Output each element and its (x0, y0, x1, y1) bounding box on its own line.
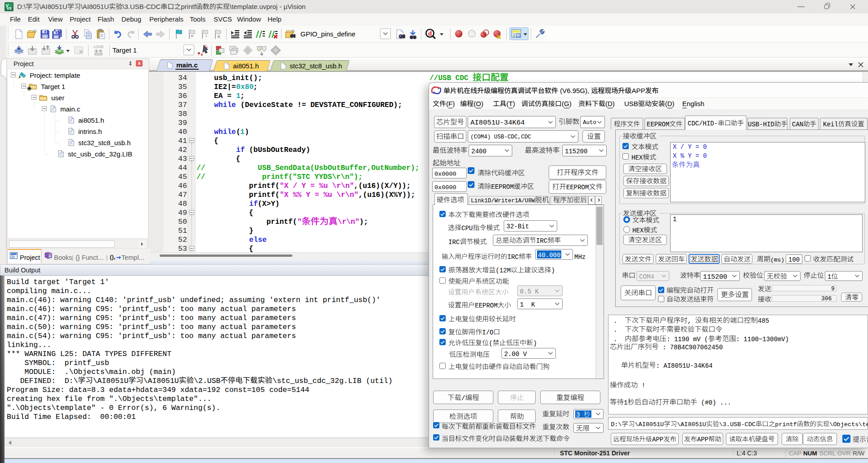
svg-text:Project: Project (70, 15, 91, 23)
svg-text:,: , (688, 317, 695, 325)
svg-text:(F): (F) (446, 100, 455, 107)
svg-text:(12M: (12M (496, 267, 511, 274)
svg-text:1 K: 1 K (520, 301, 535, 308)
svg-text:): ) (533, 340, 537, 347)
svg-text:(V6.95G),: (V6.95G), (558, 87, 591, 94)
svg-text:: AI8051U-34K64: : AI8051U-34K64 (656, 362, 713, 370)
svg-text:user: user (51, 93, 64, 101)
svg-text:|: | (72, 254, 73, 261)
svg-text:AI8051U-34K64: AI8051U-34K64 (470, 119, 525, 127)
svg-text:APP: APP (697, 436, 708, 443)
svg-text:0.5 K: 0.5 K (520, 288, 539, 295)
svg-text:STC Monitor-251 Driver: STC Monitor-251 Driver (560, 450, 630, 457)
svg-text:English: English (682, 100, 704, 107)
svg-text:115200: 115200 (703, 273, 727, 281)
svg-text:(: ( (236, 128, 241, 136)
svg-text:SCRL: SCRL (819, 450, 836, 457)
svg-text:File: File (10, 15, 21, 23)
svg-text:HEX: HEX (632, 227, 644, 234)
svg-text:;: ; (253, 83, 258, 91)
svg-text:SVCS: SVCS (214, 15, 232, 23)
svg-text:100: 100 (788, 256, 800, 263)
svg-text:115200: 115200 (565, 147, 587, 155)
svg-text:Project: Project (20, 254, 40, 261)
svg-text://USB CDC: //USB CDC (430, 74, 473, 82)
svg-text:(#0) ...: (#0) ... (697, 399, 731, 406)
svg-text:COM4: COM4 (639, 273, 654, 280)
svg-text:IRC: IRC (507, 254, 519, 261)
svg-text:": " (297, 218, 302, 226)
svg-text:?: ? (49, 255, 51, 258)
svg-text:Templ...: Templ... (121, 254, 144, 261)
svg-text:R/W: R/W (853, 450, 864, 457)
svg-text:IRC: IRC (536, 237, 547, 245)
svg-text:);: ); (359, 218, 368, 226)
svg-text:X % Y = 0: X % Y = 0 (673, 152, 707, 160)
svg-text:EEPROM: EEPROM (566, 184, 589, 191)
svg-text:APP: APP (652, 436, 663, 443)
svg-text:CAN: CAN (792, 121, 803, 128)
svg-text:!: ! (638, 382, 645, 389)
svg-text:(ms): (ms) (770, 257, 784, 263)
svg-text:CAP: CAP (789, 450, 801, 457)
svg-text:Debug: Debug (121, 15, 141, 23)
svg-text:Tools: Tools (190, 15, 206, 23)
svg-text:{} Funct...: {} Funct... (76, 254, 103, 261)
svg-text:D:\: D:\ (611, 421, 622, 428)
svg-text:(: ( (489, 340, 492, 347)
svg-text:APP: APP (631, 87, 645, 94)
svg-text:3: 3 (576, 411, 584, 418)
svg-text:): ) (245, 128, 249, 136)
svg-text:Books: Books (54, 254, 72, 261)
svg-text:): ) (551, 267, 555, 274)
svg-text:1: 1 (240, 128, 245, 136)
svg-text:IRC: IRC (448, 239, 460, 246)
svg-text:\AI8051U: \AI8051U (39, 3, 67, 10)
svg-text:stc32_stc8_usb.h: stc32_stc8_usb.h (290, 62, 342, 70)
svg-text:CPU: CPU (461, 225, 473, 232)
svg-text:main.c: main.c (60, 105, 81, 112)
svg-text:/: / (461, 394, 465, 401)
svg-text:\AI8051U: \AI8051U (81, 3, 109, 10)
svg-text:MHz: MHz (574, 254, 586, 261)
svg-text:NUM: NUM (803, 450, 817, 457)
svg-text:1: 1 (673, 216, 676, 223)
svg-text:I/O: I/O (482, 329, 493, 336)
svg-text:USB: USB (624, 100, 638, 107)
svg-text:2.00 V: 2.00 V (504, 350, 527, 357)
svg-text:Target 1: Target 1 (112, 46, 137, 54)
svg-text:(bUsbOutReady): (bUsbOutReady) (245, 146, 310, 154)
svg-text:32-Bit: 32-Bit (506, 223, 529, 230)
svg-text:2400: 2400 (471, 147, 487, 155)
svg-text:(),: (), (110, 254, 116, 260)
svg-text:0x0000: 0x0000 (434, 171, 456, 178)
svg-text:Keil: Keil (823, 121, 838, 128)
svg-text:printf: printf (181, 3, 196, 10)
svg-text:,(u16)(X%Y));: ,(u16)(X%Y)); (358, 191, 415, 199)
svg-text:Project: Project (13, 60, 34, 67)
svg-text:0x0000: 0x0000 (434, 184, 456, 191)
svg-text:CDC/HID-: CDC/HID- (688, 120, 718, 127)
svg-text:GPIO_pins_define: GPIO_pins_define (300, 30, 355, 38)
svg-text:USB-HID: USB-HID (748, 121, 774, 128)
svg-text:printf: printf (775, 421, 797, 428)
svg-text:Link1D/Writer1A/U8W: Link1D/Writer1A/U8W (471, 198, 535, 204)
svg-text:HEX: HEX (631, 154, 643, 161)
svg-text:(D): (D) (665, 100, 675, 107)
svg-text:Build Time Elapsed: 00:00:01: Build Time Elapsed: 00:00:01 (7, 413, 136, 421)
svg-text:485: 485 (758, 317, 769, 325)
svg-text:(DeviceState != DEVSTATE_CONFI: (DeviceState != DEVSTATE_CONFIGURED); (236, 101, 402, 109)
svg-text:\3.USB-CDC: \3.USB-CDC (122, 3, 161, 10)
svg-text:ai8051.h: ai8051.h (233, 62, 259, 70)
svg-text:(T): (T) (506, 100, 515, 107)
svg-text:Flash: Flash (98, 15, 114, 23)
svg-text:: 78B4C907062450: : 78B4C907062450 (658, 344, 723, 351)
svg-text:Project: template: Project: template (30, 71, 80, 79)
svg-text:Auto: Auto (583, 120, 596, 126)
svg-text:\AI8051U: \AI8051U (635, 421, 664, 428)
svg-text:|: | (106, 254, 107, 261)
svg-text:EEPROM: EEPROM (491, 183, 514, 191)
svg-text:(G): (G) (562, 100, 572, 107)
svg-text:Help: Help (268, 15, 282, 23)
svg-text:1: 1 (828, 273, 831, 280)
